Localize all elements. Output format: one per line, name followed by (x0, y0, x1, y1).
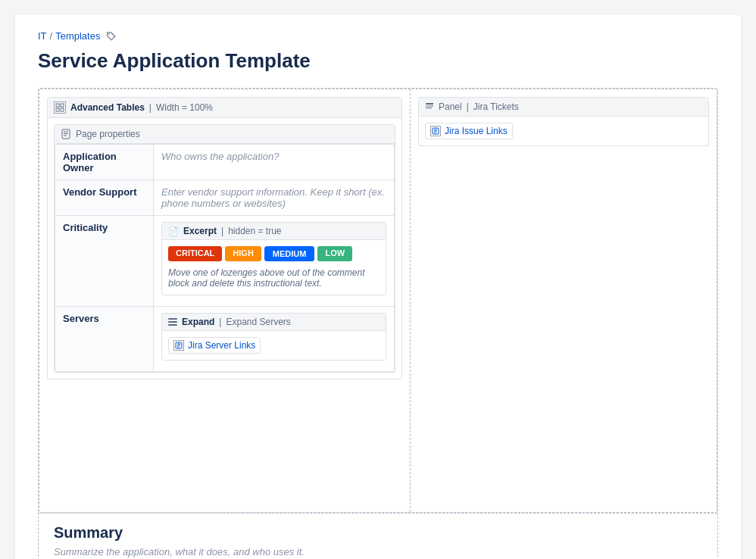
expand-macro: Expand | Expand Servers (161, 313, 386, 361)
main-layout: Advanced Tables | Width = 100% (39, 89, 717, 513)
advanced-tables-separator: | (149, 102, 152, 113)
lozenge-low: LOW (317, 246, 352, 261)
jira-issue-icon (430, 126, 441, 136)
lozenge-critical: CRITICAL (168, 246, 222, 261)
app-owner-value: Who owns the application? (154, 145, 395, 180)
panel-macro: Panel | Jira Tickets (418, 97, 709, 146)
summary-title: Summary (54, 524, 702, 542)
servers-value: Expand | Expand Servers (154, 307, 395, 372)
vendor-support-value: Enter vendor support information. Keep i… (154, 180, 395, 216)
vendor-support-label: Vendor Support (55, 180, 154, 216)
advanced-tables-name: Advanced Tables (70, 102, 145, 113)
page-wrapper: IT / Templates Service Application Templ… (15, 15, 741, 559)
expand-separator: | (219, 317, 221, 327)
lozenge-high: HIGH (225, 246, 261, 261)
template-container: Advanced Tables | Width = 100% (38, 88, 718, 559)
advanced-tables-macro: Advanced Tables | Width = 100% (47, 97, 402, 379)
servers-label: Servers (55, 307, 154, 372)
expand-name: Expand (182, 317, 214, 327)
table-row: Vendor Support Enter vendor support info… (55, 180, 395, 216)
excerpt-doc-icon: 📄 (168, 226, 179, 236)
svg-rect-1 (56, 104, 59, 107)
panel-icon-svg (425, 102, 434, 110)
page-properties-label: Page properties (76, 129, 140, 139)
jira-issue-links-label: Jira Issue Links (445, 126, 508, 136)
expand-body: Jira Server Links (162, 331, 386, 360)
jira-issue-icon-svg (432, 127, 439, 135)
advanced-tables-body: Page properties Application Owner Who ow… (48, 118, 401, 379)
table-grid-icon (55, 103, 64, 112)
jira-server-links[interactable]: Jira Server Links (168, 337, 261, 354)
excerpt-macro-header: 📄 Excerpt | hidden = true (162, 223, 386, 240)
page-props-icon (61, 129, 71, 139)
jira-issue-links[interactable]: Jira Issue Links (425, 123, 513, 139)
breadcrumb-parent[interactable]: IT (38, 30, 47, 42)
expand-macro-header: Expand | Expand Servers (162, 314, 386, 331)
props-table: Application Owner Who owns the applicati… (55, 144, 395, 372)
table-row: Servers Expand (55, 307, 395, 372)
summary-section: Summary Summarize the application, what … (39, 513, 717, 559)
jira-server-links-label: Jira Server Links (188, 340, 255, 351)
page-properties-macro: Page properties Application Owner Who ow… (54, 124, 395, 373)
breadcrumb-current[interactable]: Templates (55, 30, 100, 42)
document-icon (61, 129, 70, 139)
svg-rect-2 (61, 104, 64, 107)
jira-server-icon (173, 340, 184, 351)
page-properties-header: Page properties (55, 125, 395, 144)
lozenges-container: CRITICAL HIGH MEDIUM LOW (168, 246, 380, 261)
right-panel: Panel | Jira Tickets (411, 89, 717, 512)
table-row: Criticality 📄 Excerpt | (55, 216, 395, 307)
hamburger-icon (168, 318, 177, 326)
svg-point-0 (109, 33, 111, 35)
excerpt-params: hidden = true (228, 226, 281, 236)
criticality-value: 📄 Excerpt | hidden = true CRIT (154, 216, 395, 307)
panel-macro-icon (425, 101, 434, 112)
panel-params: Jira Tickets (473, 101, 519, 112)
excerpt-name: Excerpt (183, 226, 217, 236)
jira-icon-svg (175, 342, 183, 349)
advanced-tables-params: Width = 100% (156, 102, 213, 113)
advanced-tables-macro-header: Advanced Tables | Width = 100% (48, 98, 401, 118)
panel-macro-name: Panel (439, 101, 462, 112)
table-row: Application Owner Who owns the applicati… (55, 145, 395, 180)
excerpt-separator: | (221, 226, 223, 236)
panel-macro-header: Panel | Jira Tickets (419, 98, 708, 117)
tag-icon (106, 31, 117, 42)
svg-rect-4 (61, 108, 64, 111)
lozenge-medium: MEDIUM (264, 246, 315, 261)
advanced-tables-icon (54, 101, 66, 114)
breadcrumb-separator: / (50, 30, 53, 42)
excerpt-macro: 📄 Excerpt | hidden = true CRIT (161, 222, 386, 295)
page-title: Service Application Template (38, 49, 718, 73)
breadcrumb: IT / Templates (38, 30, 718, 42)
left-panel: Advanced Tables | Width = 100% (39, 89, 411, 512)
expand-params: Expand Servers (226, 317, 290, 327)
svg-rect-13 (426, 103, 433, 105)
panel-separator: | (467, 101, 469, 112)
excerpt-body: CRITICAL HIGH MEDIUM LOW Move one of loz… (162, 240, 386, 295)
panel-body: Jira Issue Links (419, 117, 708, 145)
app-owner-label: Application Owner (55, 145, 154, 180)
criticality-instruction: Move one of lozenges above out of the co… (168, 267, 380, 289)
svg-rect-3 (56, 108, 59, 111)
summary-description: Summarize the application, what it does,… (54, 546, 702, 557)
criticality-label: Criticality (55, 216, 154, 307)
